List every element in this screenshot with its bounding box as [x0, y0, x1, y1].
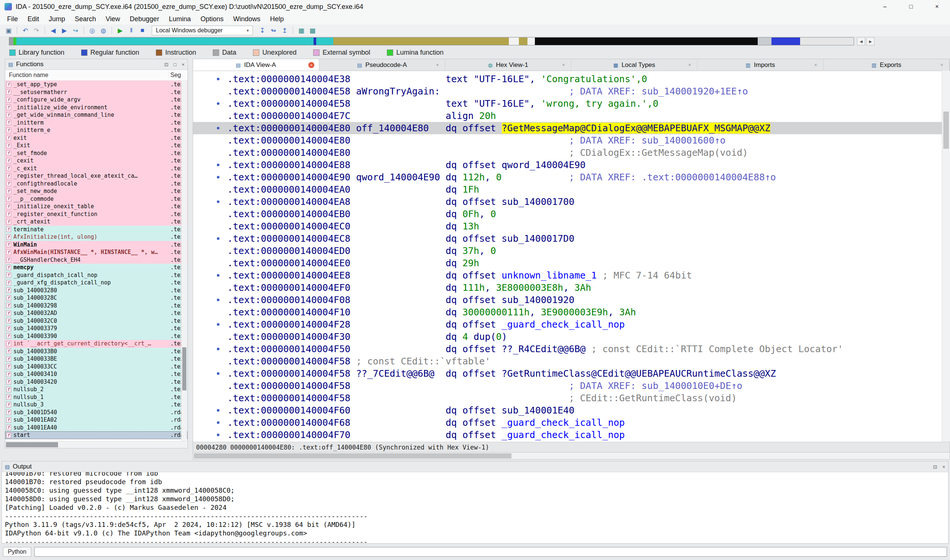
function-row[interactable]: fnullsub_1.text — [5, 394, 188, 401]
function-row[interactable]: fsub_140003298.text — [5, 302, 188, 310]
function-row[interactable]: fsub_1400033BE.text — [5, 355, 188, 363]
redo-icon[interactable]: ↷ — [31, 25, 42, 36]
python-input[interactable] — [34, 547, 947, 557]
function-list-header[interactable]: Function name Seg — [5, 70, 188, 81]
scrollbar-thumb[interactable] — [6, 442, 58, 447]
tab-close-icon[interactable]: × — [434, 62, 440, 68]
disasm-line[interactable]: .text:0000000140004EA8 dq offset sub_140… — [193, 195, 950, 208]
function-row[interactable]: f_set_app_type.text — [5, 81, 188, 89]
pause-process-icon[interactable]: ‖ — [126, 25, 137, 36]
disasm-line[interactable]: .text:0000000140004F70 dq offset _guard_… — [193, 429, 950, 441]
disasm-line[interactable]: .text:0000000140004EB0 dq 0Fh, 0 — [193, 208, 950, 220]
column-seg[interactable]: Seg — [168, 72, 188, 78]
function-row[interactable]: fexit.text — [5, 134, 188, 142]
function-row[interactable]: fint `__acrt_get_current_directory<__crt… — [5, 340, 188, 348]
function-row[interactable]: f_configthreadlocale.text — [5, 180, 188, 188]
close-icon[interactable]: × — [942, 464, 945, 470]
function-row[interactable]: fterminate.text — [5, 226, 188, 234]
function-row[interactable]: f__p__commode.text — [5, 195, 188, 203]
function-row[interactable]: f_get_wide_winmain_command_line.text — [5, 111, 188, 119]
disasm-line[interactable]: .text:0000000140004F58 ; CEdit::GetRunti… — [193, 392, 950, 404]
function-row[interactable]: f_guard_xfg_dispatch_icall_nop.text — [5, 279, 188, 287]
python-label[interactable]: Python — [3, 547, 31, 557]
tab-ida-view-a[interactable]: ▤IDA View-A× — [193, 59, 319, 71]
disasm-line[interactable]: .text:0000000140004F10 dq 30000000111h, … — [193, 306, 950, 318]
function-row[interactable]: fsub_14001EA40.rdata — [5, 424, 188, 432]
column-function-name[interactable]: Function name — [5, 72, 168, 78]
step-over-icon[interactable]: ↬ — [268, 25, 279, 36]
function-row[interactable]: f__setusermatherr.text — [5, 89, 188, 96]
menu-item-debugger[interactable]: Debugger — [125, 13, 164, 25]
tab-local-types[interactable]: ▦Local Types× — [571, 59, 697, 71]
menu-item-view[interactable]: View — [101, 13, 125, 25]
disasm-line[interactable]: .text:0000000140004F58 ; const CEdit::`v… — [193, 355, 950, 368]
function-row[interactable]: fAfxWinMain(HINSTANCE__ *, HINSTANCE__ *… — [5, 248, 188, 256]
maximize-button[interactable]: □ — [898, 0, 924, 13]
menu-item-options[interactable]: Options — [196, 13, 228, 25]
back-icon[interactable]: ◀ — [48, 25, 59, 36]
tab-exports[interactable]: ▥Exports× — [824, 59, 950, 71]
function-row[interactable]: f_set_fmode.text — [5, 149, 188, 157]
function-row[interactable]: fnullsub_3.text — [5, 401, 188, 409]
disasm-line[interactable]: .text:0000000140004ED0 dq 37h, 0 — [193, 245, 950, 257]
function-row[interactable]: f_Exit.text — [5, 142, 188, 149]
disasm-line[interactable]: .text:0000000140004F50 dq offset ??_R4CE… — [193, 343, 950, 355]
function-row[interactable]: fsub_1400033B0.text — [5, 348, 188, 355]
function-row[interactable]: f_set_new_mode.text — [5, 188, 188, 195]
disasm-line[interactable]: .text:0000000140004E80 off_140004E80 dq … — [193, 122, 950, 134]
function-row[interactable]: fsub_140003420.text — [5, 378, 188, 386]
scrollbar-thumb[interactable] — [943, 112, 949, 149]
debugger-selector[interactable]: Local Windows debugger▾ — [152, 26, 253, 35]
functions-horizontal-scrollbar[interactable] — [5, 441, 188, 448]
disasm-line[interactable]: .text:0000000140004F28 dq offset _guard_… — [193, 318, 950, 331]
tab-imports[interactable]: ▥Imports× — [697, 59, 824, 71]
function-row[interactable]: f_cexit.text — [5, 157, 188, 165]
navband-arrow-right[interactable]: ▶ — [866, 37, 875, 45]
tab-close-icon[interactable]: × — [939, 62, 945, 68]
float-icon[interactable]: ⊡ — [933, 464, 937, 470]
function-row[interactable]: fsub_1400032C0.text — [5, 317, 188, 325]
function-row[interactable]: fsub_1400033CC.text — [5, 363, 188, 371]
function-row[interactable]: fAfxInitialize(int, ulong).text — [5, 233, 188, 241]
disasm-line[interactable]: .text:0000000140004EA0 dq 1Fh — [193, 183, 950, 195]
disasm-line[interactable]: .text:0000000140004E90 qword_140004E90 d… — [193, 171, 950, 183]
function-row[interactable]: fsub_1400032AD.text — [5, 309, 188, 317]
jump-address-icon[interactable]: ↪ — [70, 25, 81, 36]
scrollbar-thumb[interactable] — [194, 453, 511, 458]
disasm-line[interactable]: .text:0000000140004EC0 dq 13h — [193, 220, 950, 232]
undo-icon[interactable]: ↶ — [20, 25, 31, 36]
function-row[interactable]: fstart.rdata — [5, 431, 188, 439]
function-row[interactable]: fsub_140003390.text — [5, 332, 188, 340]
tab-pseudocode-a[interactable]: ▤Pseudocode-A× — [319, 59, 445, 71]
tab-hex-view-1[interactable]: ◍Hex View-1× — [445, 59, 571, 71]
forward-icon[interactable]: ▶ — [59, 25, 70, 36]
disasm-line[interactable]: .text:0000000140004E7C align 20h — [193, 110, 950, 122]
menu-item-windows[interactable]: Windows — [228, 13, 265, 25]
function-row[interactable]: f_guard_dispatch_icall_nop.text — [5, 271, 188, 279]
function-row[interactable]: f_initialize_onexit_table.text — [5, 203, 188, 211]
search-binary-icon[interactable]: ◍ — [98, 25, 109, 36]
function-row[interactable]: fmemcpy.text — [5, 264, 188, 271]
function-row[interactable]: f_c_exit.text — [5, 165, 188, 172]
function-row[interactable]: f__GSHandlerCheck_EH4.text — [5, 256, 188, 264]
function-row[interactable]: fsub_14001EA02.rdata — [5, 416, 188, 424]
function-row[interactable]: f_register_onexit_function.text — [5, 211, 188, 218]
menu-item-search[interactable]: Search — [70, 13, 101, 25]
function-row[interactable]: f_configure_wide_argv.text — [5, 96, 188, 104]
disasm-line[interactable]: .text:0000000140004F08 dq offset sub_140… — [193, 294, 950, 306]
menu-item-edit[interactable]: Edit — [23, 13, 44, 25]
menu-item-lumina[interactable]: Lumina — [164, 13, 196, 25]
menu-item-help[interactable]: Help — [265, 13, 289, 25]
disasm-line[interactable]: .text:0000000140004E38 text "UTF-16LE", … — [193, 73, 950, 85]
disasm-line[interactable]: .text:0000000140004EE0 dq 29h — [193, 257, 950, 269]
search-text-icon[interactable]: ◎ — [87, 25, 98, 36]
desktop-layout-icon[interactable]: ▣ — [3, 25, 14, 36]
float-icon[interactable]: ⊡ — [165, 62, 168, 67]
disasm-line[interactable]: .text:0000000140004E80 ; CDialogEx::GetM… — [193, 146, 950, 159]
close-button[interactable]: × — [924, 0, 950, 13]
function-row[interactable]: fsub_14001D540.rdata — [5, 409, 188, 417]
function-row[interactable]: f_initterm.text — [5, 119, 188, 127]
tab-close-icon[interactable]: × — [813, 62, 819, 68]
disassembly-horizontal-scrollbar[interactable] — [192, 452, 950, 460]
minimize-button[interactable]: – — [872, 0, 898, 13]
